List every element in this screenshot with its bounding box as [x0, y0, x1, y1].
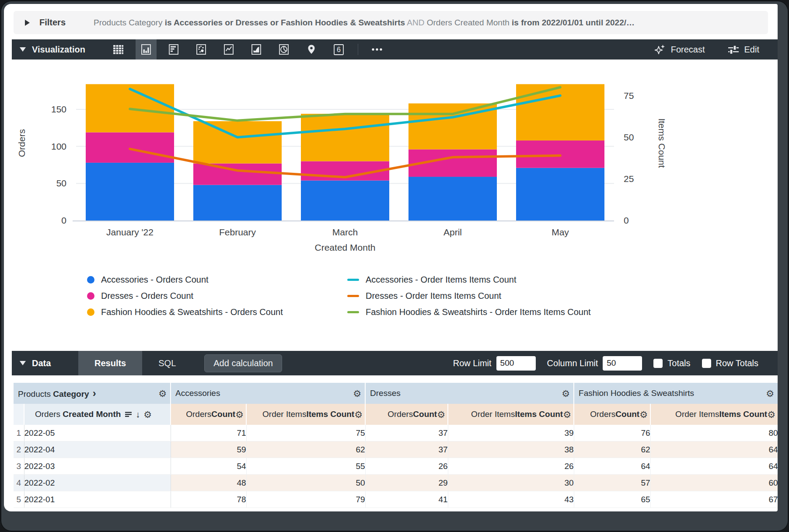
data-section-toggle[interactable]: Data: [12, 358, 78, 368]
tab-results[interactable]: Results: [78, 351, 142, 375]
edit-button[interactable]: Edit: [728, 45, 759, 55]
gear-icon[interactable]: ⚙: [235, 410, 244, 419]
gear-icon[interactable]: ⚙: [353, 389, 361, 398]
measure-cell[interactable]: 50: [246, 475, 365, 491]
gear-icon[interactable]: ⚙: [563, 410, 571, 419]
dimension-cell[interactable]: 2022-03: [24, 458, 171, 475]
filters-bar[interactable]: Filters Products Category is Accessories…: [14, 11, 768, 34]
stacked-bar-segment[interactable]: [86, 163, 174, 220]
measure-cell[interactable]: 59: [171, 441, 246, 458]
legend-item[interactable]: Accessories - Order Items Items Count: [347, 272, 591, 288]
measure-cell[interactable]: 30: [448, 475, 574, 491]
gear-icon[interactable]: ⚙: [437, 410, 445, 419]
measure-cell[interactable]: 29: [365, 475, 448, 491]
measure-cell[interactable]: 71: [171, 425, 246, 441]
measure-cell[interactable]: 75: [246, 425, 365, 441]
sort-list-icon[interactable]: [125, 412, 132, 417]
measure-cell[interactable]: 65: [574, 491, 650, 508]
measure-cell[interactable]: 37: [365, 425, 448, 441]
measure-cell[interactable]: 38: [448, 441, 574, 458]
chevron-right-icon[interactable]: ›: [93, 387, 96, 399]
gear-icon[interactable]: ⚙: [639, 410, 648, 419]
measure-cell[interactable]: 80: [650, 425, 778, 441]
pie-chart-icon[interactable]: [273, 39, 294, 60]
row-totals-checkbox[interactable]: [702, 359, 711, 368]
measure-cell[interactable]: 64: [650, 441, 778, 458]
dimension-cell[interactable]: 2022-04: [24, 441, 171, 458]
gear-icon[interactable]: ⚙: [143, 410, 152, 419]
measure-cell[interactable]: 26: [365, 458, 448, 475]
row-limit-input[interactable]: [496, 356, 536, 371]
visualization-collapse-icon[interactable]: [20, 47, 26, 52]
measure-cell[interactable]: 43: [448, 491, 574, 508]
measure-cell[interactable]: 76: [574, 425, 650, 441]
stacked-bar-segment[interactable]: [86, 132, 174, 162]
legend-item[interactable]: Fashion Hoodies & Sweatshirts - Orders C…: [87, 304, 283, 320]
measure-column-header[interactable]: Order Items Items Count⚙: [246, 404, 365, 425]
sort-descending-icon[interactable]: ↓: [136, 410, 140, 420]
table-chart-icon[interactable]: [108, 39, 129, 60]
gear-icon[interactable]: ⚙: [354, 410, 363, 419]
measure-cell[interactable]: 64: [650, 458, 778, 475]
dimension-group-header[interactable]: Products Category› ⚙: [14, 383, 171, 404]
legend-item[interactable]: Accessories - Orders Count: [87, 272, 283, 288]
dimension-cell[interactable]: 2022-05: [24, 425, 171, 441]
filters-expand-icon[interactable]: [25, 20, 30, 26]
bar-chart-icon[interactable]: [163, 39, 184, 60]
measure-cell[interactable]: 60: [650, 475, 778, 491]
add-calculation-button[interactable]: Add calculation: [204, 354, 282, 372]
gear-icon[interactable]: ⚙: [158, 389, 167, 398]
measure-column-header[interactable]: Orders Count⚙: [574, 404, 650, 425]
forecast-button[interactable]: Forecast: [654, 44, 705, 55]
measure-cell[interactable]: 67: [650, 491, 778, 508]
measure-column-header[interactable]: Orders Count⚙: [171, 404, 246, 425]
tab-sql[interactable]: SQL: [142, 351, 192, 375]
column-limit-input[interactable]: [603, 356, 642, 371]
stacked-bar-segment[interactable]: [301, 181, 389, 220]
measure-cell[interactable]: 41: [365, 491, 448, 508]
measure-cell[interactable]: 64: [574, 458, 650, 475]
measure-cell[interactable]: 37: [365, 441, 448, 458]
measure-column-header[interactable]: Order Items Items Count⚙: [448, 404, 574, 425]
visualization-section-toggle[interactable]: Visualization: [12, 45, 85, 55]
measure-cell[interactable]: 48: [171, 475, 246, 491]
line-chart-icon[interactable]: [218, 39, 239, 60]
measure-group-header[interactable]: Dresses⚙: [365, 383, 574, 404]
measure-cell[interactable]: 39: [448, 425, 574, 441]
measure-group-header[interactable]: Accessories⚙: [171, 383, 365, 404]
totals-checkbox[interactable]: [653, 359, 663, 368]
stacked-bar-segment[interactable]: [193, 164, 282, 185]
measure-group-header[interactable]: Fashion Hoodies & Sweatshirts⚙: [574, 383, 778, 404]
measure-column-header[interactable]: Orders Count⚙: [365, 404, 448, 425]
measure-cell[interactable]: 55: [246, 458, 365, 475]
dimension-cell[interactable]: 2022-02: [24, 475, 171, 491]
map-chart-icon[interactable]: [301, 39, 322, 60]
stacked-bar-segment[interactable]: [516, 168, 604, 220]
measure-cell[interactable]: 62: [574, 441, 650, 458]
area-chart-icon[interactable]: [246, 39, 267, 60]
measure-cell[interactable]: 62: [246, 441, 365, 458]
dimension-cell[interactable]: 2022-01: [24, 491, 171, 508]
dimension-sub-header[interactable]: Orders Created Month ↓ ⚙: [24, 404, 171, 425]
measure-cell[interactable]: 79: [246, 491, 365, 508]
data-collapse-icon[interactable]: [20, 361, 26, 365]
gear-icon[interactable]: ⚙: [767, 410, 775, 419]
scatter-chart-icon[interactable]: [191, 39, 212, 60]
more-viz-icon[interactable]: [367, 39, 388, 60]
legend-item[interactable]: Fashion Hoodies & Sweatshirts - Order It…: [347, 304, 591, 320]
legend-item[interactable]: Dresses - Order Items Items Count: [347, 288, 591, 304]
column-chart-icon[interactable]: [136, 39, 157, 60]
gear-icon[interactable]: ⚙: [766, 389, 774, 398]
stacked-bar-segment[interactable]: [193, 121, 282, 164]
measure-cell[interactable]: 54: [171, 458, 246, 475]
legend-item[interactable]: Dresses - Orders Count: [87, 288, 283, 304]
stacked-bar-segment[interactable]: [301, 114, 389, 161]
stacked-bar-segment[interactable]: [516, 140, 604, 168]
measure-column-header[interactable]: Order Items Items Count⚙: [650, 404, 778, 425]
stacked-bar-segment[interactable]: [193, 185, 282, 220]
gear-icon[interactable]: ⚙: [562, 389, 570, 398]
stacked-bar-segment[interactable]: [408, 177, 497, 220]
stacked-bar-segment[interactable]: [516, 84, 604, 140]
single-value-icon[interactable]: 6: [328, 39, 349, 60]
measure-cell[interactable]: 57: [574, 475, 650, 491]
